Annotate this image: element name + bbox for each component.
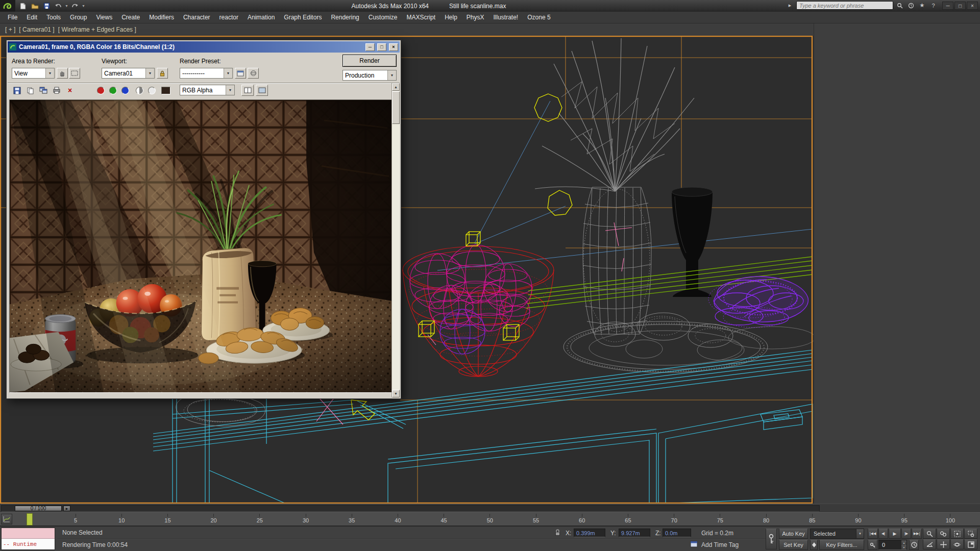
render-scrollbar[interactable]: ▲ ▼ — [391, 83, 400, 397]
dropdown-arrow-icon[interactable]: ▼ — [226, 85, 234, 95]
menu-item[interactable]: Group — [65, 12, 91, 23]
field-of-view-button[interactable] — [923, 539, 936, 549]
menu-item[interactable]: PhysX — [462, 12, 489, 23]
edit-region-button[interactable] — [69, 68, 80, 79]
redo-icon[interactable] — [69, 2, 81, 11]
open-file-icon[interactable] — [29, 2, 40, 11]
wireframe-vase[interactable] — [583, 187, 651, 334]
frame-spinner[interactable]: ▲▼ — [901, 540, 906, 549]
dropdown-arrow-icon[interactable]: ▼ — [387, 70, 396, 80]
time-slider-handle[interactable]: 0 / 100 — [15, 506, 62, 511]
menu-item[interactable]: Character — [179, 12, 215, 23]
next-frame-arrow-icon[interactable]: ▶ — [63, 506, 70, 511]
menu-item[interactable]: Views — [91, 12, 117, 23]
green-channel-button[interactable] — [107, 85, 119, 96]
application-menu-button[interactable] — [0, 0, 15, 12]
auto-key-button[interactable]: Auto Key — [779, 529, 808, 539]
dropdown-arrow-icon[interactable]: ▼ — [224, 68, 232, 78]
viewport-menu-plus[interactable]: [ + ] — [5, 26, 15, 33]
key-mode-toggle-button[interactable] — [868, 540, 877, 550]
wireframe-platter[interactable] — [564, 313, 814, 372]
lock-viewport-button[interactable] — [157, 68, 168, 79]
clone-window-button[interactable] — [37, 85, 50, 96]
selection-lock-button[interactable] — [554, 529, 561, 538]
print-image-button[interactable] — [51, 85, 63, 96]
undo-icon[interactable] — [53, 2, 64, 11]
favorites-star-icon[interactable]: ★ — [917, 1, 927, 10]
maxscript-mini-listener[interactable]: -- Runtime — [1, 528, 55, 550]
time-configuration-button[interactable] — [909, 540, 919, 550]
wireframe-wine-glass[interactable] — [672, 187, 713, 297]
go-to-start-button[interactable]: |◀◀ — [868, 529, 878, 539]
x-coordinate-field[interactable]: 0.399m — [574, 529, 605, 537]
layer-view-button[interactable] — [241, 85, 254, 96]
save-file-icon[interactable] — [41, 2, 52, 11]
close-button[interactable]: × — [967, 2, 978, 10]
render-button[interactable]: Render — [342, 55, 397, 67]
menu-item[interactable]: Rendering — [326, 12, 363, 23]
render-maximize-button[interactable]: □ — [377, 43, 386, 51]
menu-item[interactable]: File — [3, 12, 22, 23]
help-icon[interactable]: ? — [928, 1, 938, 10]
set-key-button[interactable]: Set Key — [779, 540, 808, 550]
pan-button[interactable] — [937, 539, 950, 549]
key-filters-button[interactable]: Key Filters... — [819, 540, 864, 550]
dropdown-arrow-icon[interactable]: ▼ — [145, 68, 154, 78]
menu-item[interactable]: Customize — [364, 12, 402, 23]
maximize-viewport-toggle-button[interactable] — [964, 539, 977, 549]
area-to-render-dropdown[interactable]: View ▼ — [12, 68, 55, 79]
listener-line[interactable]: -- Runtime — [2, 539, 55, 549]
menu-item[interactable]: MAXScript — [402, 12, 440, 23]
production-mode-dropdown[interactable]: Production ▼ — [342, 70, 397, 81]
menu-item[interactable]: Illustrate! — [489, 12, 523, 23]
menu-item[interactable]: Edit — [22, 12, 42, 23]
menu-item[interactable]: Graph Editors — [279, 12, 326, 23]
zoom-extents-button[interactable] — [950, 529, 964, 539]
wireframe-bread-purple[interactable] — [708, 277, 808, 328]
undo-dropdown-icon[interactable]: ▼ — [64, 2, 69, 11]
render-window-titlebar[interactable]: Camera01, frame 0, RGBA Color 16 Bits/Ch… — [8, 41, 400, 53]
background-color-swatch[interactable] — [160, 85, 172, 96]
channel-display-dropdown[interactable]: RGB Alpha ▼ — [180, 85, 235, 95]
go-to-end-button[interactable]: ▶▶| — [912, 529, 922, 539]
menu-item[interactable]: Create — [117, 12, 144, 23]
minimize-button[interactable]: ─ — [942, 2, 953, 10]
previous-frame-button[interactable]: ◀| — [878, 529, 888, 539]
scrollbar-thumb[interactable] — [392, 91, 400, 124]
render-setup-button[interactable] — [235, 68, 246, 79]
clear-image-button[interactable]: × — [64, 85, 76, 96]
zoom-all-button[interactable] — [937, 529, 950, 539]
blue-channel-button[interactable] — [119, 85, 131, 96]
time-slider[interactable]: 0 / 100 ▶ — [0, 504, 980, 512]
current-frame-marker[interactable] — [27, 513, 33, 525]
save-image-button[interactable] — [11, 85, 23, 96]
time-slider-track[interactable]: 0 / 100 ▶ — [1, 505, 820, 512]
menu-item[interactable]: Animation — [243, 12, 279, 23]
rendered-frame-window[interactable]: Camera01, frame 0, RGBA Color 16 Bits/Ch… — [6, 40, 401, 399]
render-close-button[interactable]: × — [389, 43, 398, 51]
play-button[interactable]: ▶ — [889, 529, 901, 539]
menu-item[interactable]: Help — [440, 12, 462, 23]
orbit-button[interactable] — [950, 539, 964, 549]
set-keys-button[interactable] — [766, 529, 777, 549]
maximize-button[interactable]: □ — [954, 2, 966, 10]
red-channel-button[interactable] — [94, 85, 107, 96]
render-preset-dropdown[interactable]: ----------- ▼ — [180, 68, 233, 79]
selection-set-dropdown[interactable]: Selected ▼ — [810, 529, 864, 539]
search-input[interactable] — [796, 1, 893, 10]
next-frame-button[interactable]: |▶ — [901, 529, 911, 539]
rendered-image[interactable] — [9, 99, 392, 393]
menu-item[interactable]: reactor — [215, 12, 243, 23]
dropdown-arrow-icon[interactable]: ▼ — [856, 529, 864, 538]
macro-recorder-line[interactable] — [2, 528, 55, 539]
add-time-tag[interactable]: Add Time Tag — [701, 541, 739, 548]
copy-image-button[interactable] — [24, 85, 36, 96]
new-file-icon[interactable] — [17, 2, 29, 11]
viewport-menu-shading[interactable]: [ Wireframe + Edged Faces ] — [58, 26, 136, 33]
alpha-channel-button[interactable] — [145, 85, 158, 96]
search-scope-icon[interactable]: ▶ — [785, 1, 795, 10]
viewport-menu-camera[interactable]: [ Camera01 ] — [19, 26, 54, 33]
viewport-dropdown[interactable]: Camera01 ▼ — [102, 68, 155, 79]
environment-button[interactable] — [248, 68, 259, 79]
track-bar[interactable]: 5101520253035404550556065707580859095100 — [0, 512, 980, 526]
